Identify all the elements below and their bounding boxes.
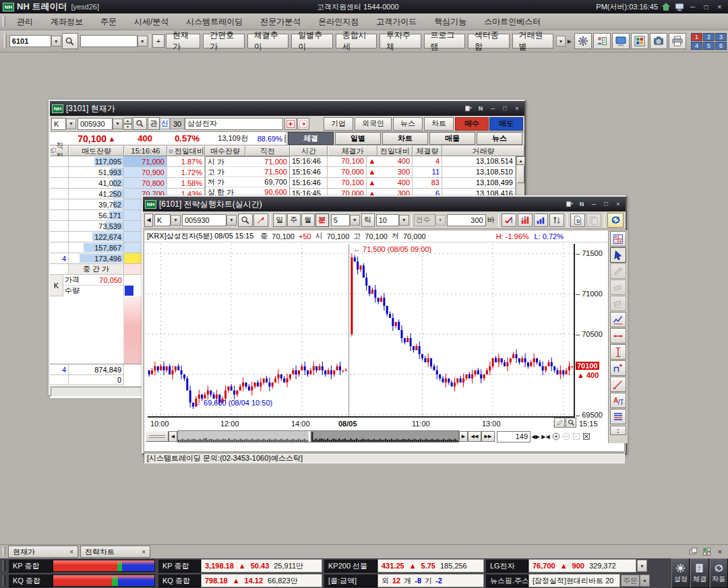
quote-tab-차트[interactable]: 차트: [382, 132, 428, 145]
win6101-close-button[interactable]: ×: [613, 200, 624, 209]
quick-button-섹터종합[interactable]: 섹터종합: [468, 34, 509, 48]
zigzag-line-icon[interactable]: [610, 312, 626, 327]
win3101-minimize-button[interactable]: ─: [487, 104, 498, 113]
scrollbar-up-icon[interactable]: ▲: [516, 156, 525, 165]
tile-windows-icon[interactable]: [700, 546, 712, 557]
minute-combo[interactable]: ▼: [331, 214, 360, 226]
app-minimize-button[interactable]: ─: [687, 2, 698, 11]
toolbar-grip[interactable]: [4, 34, 7, 48]
quick-button-현재가[interactable]: 현재가: [166, 34, 200, 48]
watch-stock-combo-arrow-icon[interactable]: ▼: [637, 560, 647, 572]
chart-search-icon[interactable]: [238, 214, 253, 227]
kq-index-cell[interactable]: 798.18 ▲ 14.12 66,823만: [201, 574, 322, 587]
virtual-page-4[interactable]: 4: [691, 42, 702, 50]
search-button[interactable]: [62, 33, 78, 49]
quick-button-거래원별[interactable]: 거래원별: [512, 34, 553, 48]
auto-refresh-icon[interactable]: [607, 213, 624, 228]
tick-button[interactable]: 틱: [361, 214, 375, 227]
link-button-뉴스[interactable]: 뉴스: [393, 117, 423, 131]
screen-number-combo[interactable]: ▼: [9, 35, 61, 47]
visible-bars-input[interactable]: [497, 431, 530, 443]
menu-item-시스템트레이딩[interactable]: 시스템트레이딩: [177, 16, 251, 28]
remote-monitor-icon[interactable]: [673, 2, 685, 11]
menu-item-시세/분석[interactable]: 시세/분석: [125, 16, 177, 28]
screen-tab-전략차트[interactable]: 전략차트×: [80, 546, 150, 558]
quick-button-일별추이[interactable]: 일별추이: [291, 34, 332, 48]
tabbar-close-icon[interactable]: ×: [714, 546, 726, 557]
quote-tab-체결[interactable]: 체결: [288, 132, 334, 145]
win6101-titlebar[interactable]: NH [6101] 전략실행차트(실시간) N ─ □ ×: [143, 197, 626, 211]
virtual-page-1[interactable]: 1: [691, 33, 702, 41]
menu-item-고객가이드[interactable]: 고객가이드: [367, 16, 425, 28]
virtual-page-3[interactable]: 3: [715, 33, 727, 41]
quote-tab-매물[interactable]: 매물: [429, 132, 475, 145]
win6101-minimize-button[interactable]: ─: [588, 200, 599, 209]
spinner-up-icon[interactable]: ▲: [123, 118, 132, 124]
interest-button[interactable]: 관: [148, 117, 160, 130]
market-combo-arrow-icon[interactable]: ▼: [66, 119, 76, 129]
screen-tab-close-icon[interactable]: ×: [69, 548, 73, 556]
add-screen-button[interactable]: +: [152, 34, 164, 48]
blue-bars-chart-icon[interactable]: [534, 214, 549, 227]
gear-icon[interactable]: [574, 33, 592, 49]
axis-zoom-icon[interactable]: [566, 418, 576, 428]
trade-row[interactable]: 15:16:4670,000▲3001113,108,510: [290, 167, 524, 178]
stock-combo-arrow-icon[interactable]: ▼: [138, 36, 148, 46]
chart-plot-area[interactable]: ← 69,600 (08/04 10:50)← 71,500 (08/05 09…: [148, 244, 574, 416]
strategy-pointer-icon[interactable]: [253, 214, 268, 227]
stock-combo[interactable]: ▼: [80, 35, 148, 47]
nav-left-icon[interactable]: ◀: [169, 431, 177, 442]
step-line-icon[interactable]: [610, 360, 626, 376]
period-button-월[interactable]: 월: [301, 214, 315, 227]
more-screens-arrow-icon[interactable]: ▼: [556, 36, 566, 46]
home-icon[interactable]: [660, 2, 671, 11]
minute-arrow-icon[interactable]: ▼: [350, 215, 360, 226]
horizontal-line-icon[interactable]: [610, 328, 626, 344]
kp200-futures-cell[interactable]: 431.25 ▲ 5.75 185,256: [377, 559, 484, 573]
quick-button-체결추이[interactable]: 체결추이: [247, 34, 289, 48]
quick-button-간편호가[interactable]: 간편호가: [203, 34, 244, 48]
camera-icon[interactable]: [650, 33, 667, 49]
minute-input[interactable]: [331, 214, 350, 226]
menu-item-전문가분석[interactable]: 전문가분석: [251, 16, 309, 28]
virtual-page-5[interactable]: 5: [703, 42, 715, 50]
menu-item-관리[interactable]: 관리: [8, 16, 42, 28]
cascade-windows-icon[interactable]: [687, 546, 699, 557]
nav-right-icon[interactable]: ▶: [459, 431, 468, 442]
pattern-icon[interactable]: [610, 231, 626, 247]
menu-item-핵심기능[interactable]: 핵심기능: [425, 16, 475, 28]
win6101-link-n-icon[interactable]: N: [576, 200, 587, 209]
chart-market-arrow-icon[interactable]: ▼: [171, 215, 181, 226]
watch-stock-cell[interactable]: 76,700 ▲ 900 329,372: [528, 559, 636, 573]
red-bars-chart-icon[interactable]: [518, 214, 533, 227]
win3101-maximize-button[interactable]: □: [499, 104, 510, 113]
diagonal-line-icon[interactable]: [610, 377, 626, 392]
text-tool-icon[interactable]: A/T: [610, 393, 626, 408]
app-maximize-button[interactable]: □: [700, 2, 712, 11]
menu-item-계좌정보[interactable]: 계좌정보: [42, 16, 92, 28]
win3101-titlebar[interactable]: NH [3101] 현재가 N ─ □ ×: [50, 101, 524, 116]
kp-index-cell[interactable]: 3,198.18 ▲ 50.43 25,911만: [201, 559, 322, 573]
chart-market-input[interactable]: [154, 214, 171, 226]
menu-item-스마트인베스터[interactable]: 스마트인베스터: [475, 16, 549, 28]
code-combo-input[interactable]: [78, 118, 113, 130]
link-button-기업[interactable]: 기업: [324, 117, 353, 131]
sell-button[interactable]: 매도: [489, 117, 523, 131]
menu-item-온라인지점[interactable]: 온라인지점: [309, 16, 367, 28]
strategy-check-icon[interactable]: [502, 214, 516, 227]
quote-tab-뉴스[interactable]: 뉴스: [477, 132, 522, 145]
ask-price[interactable]: 70,800: [124, 178, 167, 189]
status2-grip[interactable]: [3, 575, 5, 585]
market-combo-input[interactable]: [51, 118, 66, 130]
menu-item-주문[interactable]: 주문: [92, 16, 125, 28]
screen-tab-close-icon[interactable]: ×: [142, 548, 146, 556]
tick-arrow-icon[interactable]: ▼: [399, 215, 409, 226]
nav-expand-icon[interactable]: ◀▶: [530, 431, 541, 442]
win3101-export-icon[interactable]: [463, 104, 474, 113]
trade-row[interactable]: 15:16:4670,100▲400413,108,514: [290, 156, 524, 167]
win6101-export-icon[interactable]: [564, 200, 575, 209]
period-button-일[interactable]: 일: [273, 214, 286, 227]
bar-count-input[interactable]: [447, 214, 486, 226]
status1-grip[interactable]: [3, 560, 5, 570]
screen-combo-arrow-icon[interactable]: ▼: [51, 36, 61, 46]
